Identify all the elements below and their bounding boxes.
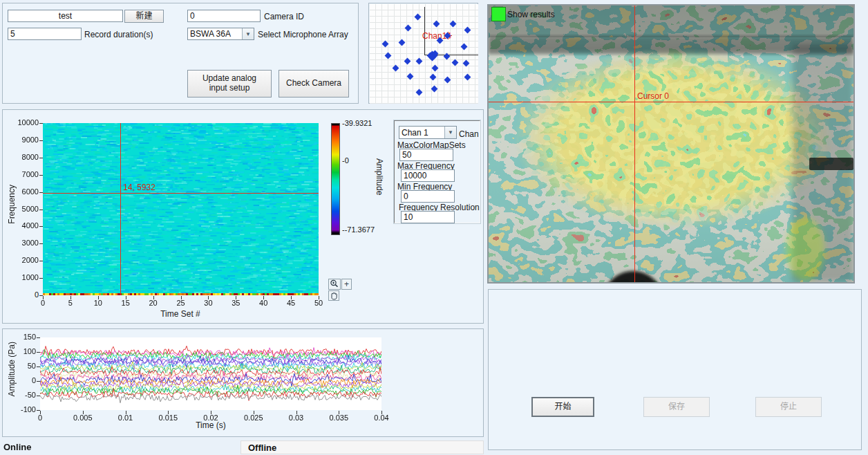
mic-point [432,65,439,72]
save-button[interactable]: 保存 [643,397,710,417]
axis-tick-mark [254,411,254,414]
mic-point [461,44,468,50]
processing-cluster: Chan 1 ▼ Chan MaxColorMapSets 50 Max Fre… [394,120,480,223]
mic-array-panel: Chan14 [368,3,478,104]
axis-tick-label: 100 [7,347,36,355]
channel-select[interactable]: Chan 1 ▼ [399,126,457,139]
axis-tick-label: 35 [220,299,251,307]
axis-tick-label: 10 [83,299,113,307]
axis-tick-label: 1000 [10,273,39,281]
mic-point [464,74,471,81]
camera-id-value: 0 [190,11,195,21]
camera-cursor-h[interactable] [489,102,853,102]
axis-tick-label: 40 [248,299,279,307]
axis-tick-label: 25 [166,299,196,307]
mic-array-select[interactable]: BSWA 36A ▼ [187,28,254,40]
mic-point [416,89,423,96]
mic-point [407,73,414,80]
spectrogram-cursor-h[interactable] [43,193,319,194]
axis-tick-mark [40,411,41,414]
axis-tick-label: 0 [28,299,58,307]
axis-tick-label: 0.01 [111,414,141,422]
cursor-tool-icon[interactable]: + [341,279,352,290]
axis-tick-label: 50 [7,362,36,370]
axis-tick-label: 0.035 [323,414,354,422]
offline-status: Offline [241,443,276,453]
min-frequency-input[interactable]: 0 [401,190,455,203]
frequency-resolution-input[interactable]: 10 [401,211,455,223]
new-project-button[interactable]: 新建 [124,10,164,23]
channel-selected-value: Chan 1 [399,128,444,138]
waveform-panel: Amplitude (Pa) Time (s) -100-50050100150… [2,328,484,437]
axis-tick-mark [39,278,43,279]
mic-array-plot[interactable]: Chan14 [370,4,478,104]
camera-cursor-v[interactable] [634,6,635,282]
axis-tick-mark [339,411,339,414]
axis-tick-label: 0.04 [366,414,397,422]
mic-point [463,60,470,67]
spectrogram-x-title: Time Set # [139,309,222,319]
axis-tick-mark [153,296,154,299]
camera-cursor-label: Cursor 0 [637,91,669,101]
stop-button[interactable]: 停止 [755,397,822,417]
config-panel: test 新建 5 Record duration(s) 0 Camera ID… [2,3,359,104]
record-duration-value: 5 [10,29,15,39]
max-frequency-value: 10000 [404,171,426,180]
project-name-input[interactable]: test [8,10,123,22]
spectrogram-cursor-label: 14, 5932 [123,183,155,192]
mic-point [433,21,440,28]
colorbar-max: -39.9321 [342,119,372,127]
axis-tick-label: 7000 [10,170,39,178]
axis-tick-mark [39,123,43,124]
start-button[interactable]: 开始 [531,397,594,417]
axis-tick-mark [39,261,43,261]
axis-tick-label: 4000 [10,221,39,230]
mic-point [404,58,411,65]
axis-tick-label: 0 [10,290,39,299]
update-analog-input-button[interactable]: Update analog input setup [187,70,272,98]
axis-tick-mark [98,296,99,299]
axis-tick-label: 15 [111,299,141,307]
spectrogram-cursor-v[interactable] [120,123,121,295]
colorbar-mid: -0 [342,156,349,165]
min-frequency-value: 0 [404,192,408,201]
axis-tick-label: -50 [7,391,36,399]
axis-tick-mark [39,243,43,244]
mic-point [444,77,451,84]
waveform-x-title: Time (s) [169,420,252,430]
online-status: Online [3,442,31,452]
axis-tick-mark [70,296,71,299]
camera-id-input[interactable]: 0 [187,10,261,22]
axis-tick-label: 20 [138,299,169,307]
axis-tick-label: 5000 [10,205,39,213]
axis-tick-mark [211,411,211,414]
mic-point [405,25,412,32]
axis-tick-label: 150 [7,333,36,341]
axis-tick-mark [168,411,169,414]
chevron-down-icon[interactable]: ▼ [242,28,254,39]
axis-tick-label: 0.03 [281,414,312,422]
max-frequency-input[interactable]: 10000 [401,169,455,182]
mic-point [385,53,392,59]
chevron-down-icon[interactable]: ▼ [444,127,456,138]
axis-tick-mark [208,296,209,299]
waveform-plot[interactable] [40,337,381,410]
bright-patch [786,217,824,281]
axis-tick-label: 0.015 [153,414,183,422]
check-camera-button[interactable]: Check Camera [279,70,349,98]
mic-point [415,14,422,21]
zoom-tool-icon[interactable] [328,279,341,290]
axis-tick-mark [37,396,40,396]
record-duration-input[interactable]: 5 [8,28,82,40]
axis-tick-mark [39,140,43,141]
show-results-toggle[interactable] [491,7,506,21]
spectrogram-image [43,123,319,295]
record-duration-label: Record duration(s) [84,30,153,39]
axis-tick-label: 5 [55,299,86,307]
axis-tick-mark [37,352,40,353]
axis-tick-label: 9000 [10,136,39,144]
camera-view[interactable]: Cursor 0 Show results [487,4,855,284]
max-colormap-input[interactable]: 50 [399,149,453,161]
colorbar-min: --71.3677 [342,225,375,234]
spectrogram-plot[interactable]: 14, 5932 [43,123,319,295]
